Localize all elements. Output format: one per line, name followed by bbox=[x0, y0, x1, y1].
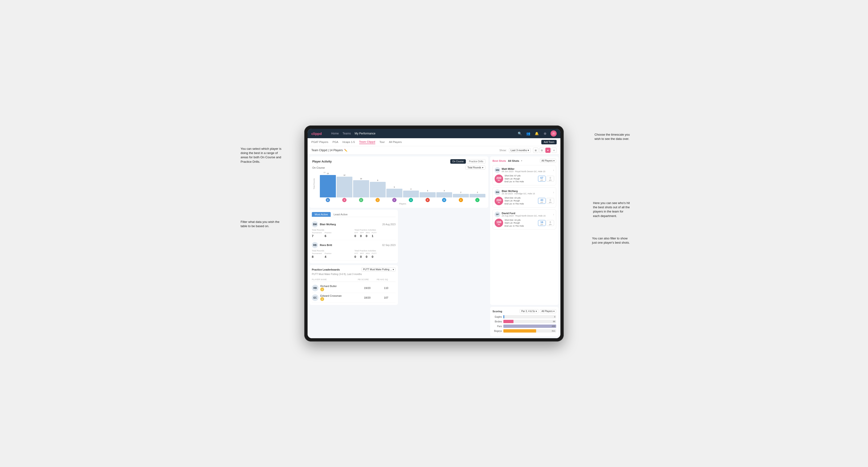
shot-avatar-1: BM bbox=[495, 189, 500, 195]
scoring-bar-fill-2 bbox=[503, 324, 556, 328]
sub-tab-hcaps[interactable]: Hcaps 1-5 bbox=[342, 141, 355, 144]
annotation-bottom-right: You can also filter to showjust one play… bbox=[592, 236, 630, 245]
stat-pill-1-2: 16 yds bbox=[538, 220, 546, 226]
search-icon-btn[interactable]: 🔍 bbox=[517, 130, 523, 136]
ma-players: BM Blair McHarg 26 Aug 2023 Total Rounds… bbox=[312, 219, 396, 261]
ma-gtt-0: GTT 0 bbox=[354, 231, 358, 238]
bar-7[interactable]: 3 bbox=[436, 192, 453, 197]
annotation-bottom-left: Filter what data you wish thetable to be… bbox=[241, 220, 280, 228]
ma-date-1: 02 Sep 2023 bbox=[382, 244, 396, 247]
scoring-bar-label-2: Pars bbox=[493, 325, 502, 328]
bar-6[interactable]: 3 bbox=[420, 192, 436, 197]
annotation-middle-right: Here you can see who's hitthe best shots… bbox=[593, 201, 630, 218]
bs-tab-all[interactable]: All Shots bbox=[508, 159, 519, 162]
shot-card-0[interactable]: MM Matt Miller 09 Jun 2023 · Royal North… bbox=[493, 165, 556, 185]
shot-stats-2: 16 yds 0 yds bbox=[538, 220, 554, 226]
ma-arg-1: ARG 0 bbox=[366, 252, 370, 259]
view-heart-btn[interactable]: ♥ bbox=[545, 148, 551, 153]
nav-my-performance[interactable]: My Performance bbox=[355, 132, 375, 135]
shot-stats-0: 67 yds 0 yds bbox=[538, 176, 554, 182]
view-icons: ⊞ ⊟ ♥ ≡ bbox=[533, 148, 557, 153]
scoring-bar-label-3: Bogeys bbox=[493, 330, 502, 332]
bar-0[interactable]: 13 bbox=[320, 175, 336, 197]
shot-player-info-2: David Ford 24 Aug 2023 · Royal North Dev… bbox=[502, 212, 552, 217]
bell-icon-btn[interactable]: 🔔 bbox=[533, 130, 540, 136]
sub-tab-all-players[interactable]: All Players bbox=[389, 141, 402, 144]
bar-3[interactable]: 9 bbox=[370, 182, 386, 197]
shot-avatar-0: MM bbox=[495, 167, 500, 173]
annotation-top-right: Choose the timescale youwish to see the … bbox=[594, 132, 630, 141]
sub-tab-team-clippd[interactable]: Team Clippd bbox=[359, 140, 375, 144]
scoring-bar-fill-3 bbox=[503, 329, 536, 333]
scoring-bar-val-0: 3 bbox=[554, 316, 555, 318]
ma-tab-most-active[interactable]: Most Active bbox=[312, 212, 331, 217]
bar-group-9: 2 L bbox=[470, 194, 486, 202]
sub-tab-pgat[interactable]: PGAT Players bbox=[311, 141, 328, 144]
show-select[interactable]: Last 3 months ▾ bbox=[509, 148, 531, 153]
bar-avatar-2: D bbox=[359, 198, 363, 202]
chart-label: On Course bbox=[312, 166, 325, 169]
scoring-filter2[interactable]: All Players ▾ bbox=[540, 309, 556, 313]
most-active-tabs: Most Active Least Active bbox=[312, 212, 396, 217]
lb-row-0: RB Richard Butler 1 19/20 110 bbox=[312, 283, 396, 293]
ma-player-card-0: BM Blair McHarg 26 Aug 2023 Total Rounds… bbox=[312, 219, 396, 240]
scoring-bar-val-1: 96 bbox=[553, 320, 555, 323]
shot-player-name-1: Blair McHarg bbox=[502, 190, 552, 192]
team-title: Team Clippd | 14 Players bbox=[311, 149, 343, 152]
scoring-filter1[interactable]: Par 3, 4 & 5s ▾ bbox=[520, 309, 538, 313]
practice-lb-dropdown[interactable]: PUTT Must Make Putting ... ▾ bbox=[361, 268, 396, 272]
shot-info-1: Shot Dist: 43 ydsStart Lie: RoughEnd Lie… bbox=[504, 196, 536, 206]
ma-player-header-1: RB Rees Britt 02 Sep 2023 bbox=[312, 242, 396, 248]
scoring-title: Scoring bbox=[493, 310, 502, 313]
shot-info-2: Shot Dist: 16 ydsStart Lie: RoughEnd Lie… bbox=[504, 219, 536, 228]
ma-player-info-1: RB Rees Britt bbox=[312, 242, 332, 248]
lb-name-1: Edward Crossman bbox=[320, 294, 342, 297]
bar-5[interactable]: 4 bbox=[403, 191, 419, 197]
scoring-spacer bbox=[309, 307, 488, 336]
add-team-button[interactable]: Add Team bbox=[541, 140, 557, 144]
stat-pill-1-0: 67 yds bbox=[538, 176, 546, 182]
shot-player-detail-2: 24 Aug 2023 · Royal North Devon GC, Hole… bbox=[502, 215, 552, 217]
ma-activities-group-1: Total Practice Activities GTT 0 APP 0 bbox=[354, 250, 396, 259]
avatar-btn[interactable]: JD bbox=[551, 130, 557, 136]
shot-card-2[interactable]: DF David Ford 24 Aug 2023 · Royal North … bbox=[493, 210, 556, 230]
view-grid2-btn[interactable]: ⊞ bbox=[533, 148, 538, 153]
ma-avatar-0: BM bbox=[312, 221, 318, 227]
practice-drills-toggle[interactable]: Practice Drills bbox=[467, 159, 486, 164]
bar-avatar-7: M bbox=[442, 198, 446, 202]
ma-tab-least-active[interactable]: Least Active bbox=[331, 212, 350, 217]
ma-rounds-label-0: Total Rounds bbox=[312, 229, 353, 231]
bar-9[interactable]: 2 bbox=[470, 194, 486, 197]
chart-dropdown[interactable]: Total Rounds ▾ bbox=[465, 165, 486, 169]
most-active-section: Most Active Least Active BM Blair McHarg… bbox=[309, 210, 398, 263]
on-course-toggle[interactable]: On Course bbox=[450, 159, 466, 164]
scoring-grid: Scoring Par 3, 4 & 5s ▾ All Players ▾ bbox=[309, 307, 559, 336]
people-icon-btn[interactable]: 👥 bbox=[525, 130, 531, 136]
all-players-dropdown[interactable]: All Players ▾ bbox=[540, 159, 556, 163]
bar-2[interactable]: 10 bbox=[353, 180, 369, 197]
add-circle-icon-btn[interactable]: ⊕ bbox=[542, 130, 548, 136]
ma-rounds-row-0: Tournament 7 Practice 6 bbox=[312, 231, 353, 238]
view-list-btn[interactable]: ≡ bbox=[552, 148, 557, 153]
shot-badge-1: 200 SG bbox=[495, 197, 503, 205]
view-grid3-btn[interactable]: ⊟ bbox=[539, 148, 545, 153]
sub-tab-pga[interactable]: PGA bbox=[333, 141, 338, 144]
sub-nav-tabs: PGAT Players PGA Hcaps 1-5 Team Clippd T… bbox=[311, 140, 402, 144]
bs-tab-chevron: ▾ bbox=[521, 159, 522, 162]
x-axis-label: Players bbox=[320, 203, 486, 205]
bar-4[interactable]: 5 bbox=[386, 189, 402, 197]
lb-col-pb-score: PB SCORE bbox=[358, 278, 377, 281]
bs-tab-best[interactable]: Best Shots bbox=[493, 159, 506, 162]
ma-stats-1: Total Rounds Tournament 8 Practice 4 Tot… bbox=[312, 250, 396, 259]
bar-group-2: 10 D bbox=[353, 180, 369, 202]
ma-activities-label-1: Total Practice Activities bbox=[354, 250, 396, 252]
sub-tab-tour[interactable]: Tour bbox=[379, 141, 385, 144]
bar-1[interactable]: 12 bbox=[337, 177, 352, 197]
lb-score-1: 18/20 bbox=[358, 296, 377, 299]
edit-icon[interactable]: ✏️ bbox=[344, 149, 347, 152]
nav-teams[interactable]: Teams bbox=[342, 132, 351, 135]
shot-card-1[interactable]: BM Blair McHarg 23 Jul 2023 · Ashridge G… bbox=[493, 187, 556, 208]
lb-row-1: EC Edward Crossman 2 18/20 107 bbox=[312, 293, 396, 303]
nav-home[interactable]: Home bbox=[331, 132, 339, 135]
bar-8[interactable]: 2 bbox=[453, 194, 469, 197]
